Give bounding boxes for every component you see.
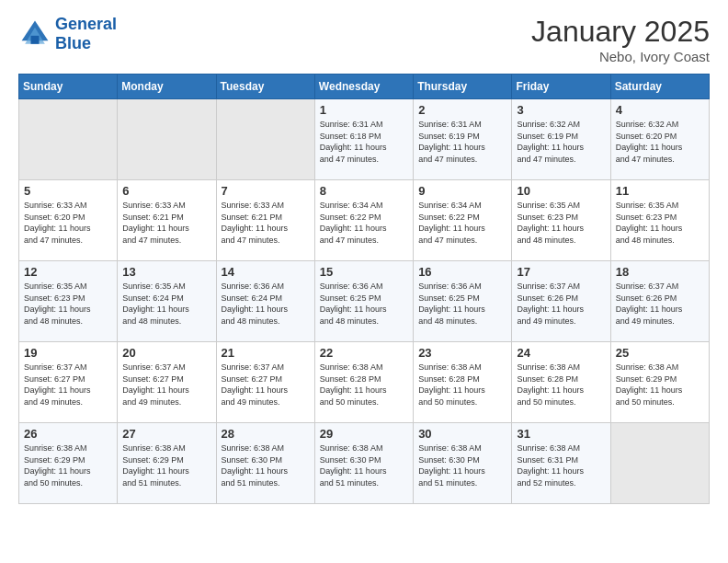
table-row: 6Sunrise: 6:33 AMSunset: 6:21 PMDaylight… [118, 180, 216, 261]
table-row [216, 99, 314, 180]
col-tuesday: Tuesday [216, 75, 314, 99]
table-row: 18Sunrise: 6:37 AMSunset: 6:26 PMDayligh… [610, 261, 709, 342]
day-info: Sunrise: 6:35 AMSunset: 6:23 PMDaylight:… [616, 200, 704, 246]
day-number: 28 [222, 427, 310, 441]
table-row: 31Sunrise: 6:38 AMSunset: 6:31 PMDayligh… [512, 423, 610, 504]
table-row: 8Sunrise: 6:34 AMSunset: 6:22 PMDaylight… [314, 180, 413, 261]
table-row: 26Sunrise: 6:38 AMSunset: 6:29 PMDayligh… [19, 423, 118, 504]
day-info: Sunrise: 6:32 AMSunset: 6:19 PMDaylight:… [517, 119, 605, 165]
day-info: Sunrise: 6:36 AMSunset: 6:25 PMDaylight:… [418, 281, 506, 327]
col-saturday: Saturday [610, 75, 709, 99]
day-info: Sunrise: 6:34 AMSunset: 6:22 PMDaylight:… [418, 200, 506, 246]
col-sunday: Sunday [19, 75, 118, 99]
page: General Blue January 2025 Nebo, Ivory Co… [0, 0, 728, 563]
day-info: Sunrise: 6:31 AMSunset: 6:19 PMDaylight:… [418, 119, 506, 165]
day-number: 26 [24, 427, 112, 441]
day-info: Sunrise: 6:33 AMSunset: 6:21 PMDaylight:… [222, 200, 310, 246]
day-number: 25 [616, 346, 704, 360]
table-row [118, 99, 216, 180]
logo-icon [18, 17, 51, 51]
table-row: 29Sunrise: 6:38 AMSunset: 6:30 PMDayligh… [314, 423, 413, 504]
day-number: 9 [418, 184, 506, 198]
day-info: Sunrise: 6:34 AMSunset: 6:22 PMDaylight:… [320, 200, 408, 246]
table-row: 19Sunrise: 6:37 AMSunset: 6:27 PMDayligh… [19, 342, 118, 423]
table-row: 23Sunrise: 6:38 AMSunset: 6:28 PMDayligh… [414, 342, 512, 423]
day-info: Sunrise: 6:38 AMSunset: 6:29 PMDaylight:… [616, 362, 704, 408]
day-info: Sunrise: 6:38 AMSunset: 6:30 PMDaylight:… [418, 442, 506, 488]
table-row: 20Sunrise: 6:37 AMSunset: 6:27 PMDayligh… [118, 342, 216, 423]
day-number: 6 [122, 184, 210, 198]
col-wednesday: Wednesday [314, 75, 413, 99]
table-row: 30Sunrise: 6:38 AMSunset: 6:30 PMDayligh… [414, 423, 512, 504]
day-number: 2 [418, 103, 506, 117]
day-info: Sunrise: 6:38 AMSunset: 6:31 PMDaylight:… [517, 442, 605, 488]
logo-general: General [55, 15, 117, 34]
table-row [610, 423, 709, 504]
day-info: Sunrise: 6:38 AMSunset: 6:30 PMDaylight:… [320, 442, 408, 488]
day-number: 20 [122, 346, 210, 360]
day-number: 17 [517, 265, 605, 279]
day-info: Sunrise: 6:37 AMSunset: 6:26 PMDaylight:… [517, 281, 605, 327]
table-row: 11Sunrise: 6:35 AMSunset: 6:23 PMDayligh… [610, 180, 709, 261]
day-info: Sunrise: 6:32 AMSunset: 6:20 PMDaylight:… [616, 119, 704, 165]
table-row: 22Sunrise: 6:38 AMSunset: 6:28 PMDayligh… [314, 342, 413, 423]
week-row: 5Sunrise: 6:33 AMSunset: 6:20 PMDaylight… [19, 180, 710, 261]
table-row: 24Sunrise: 6:38 AMSunset: 6:28 PMDayligh… [512, 342, 610, 423]
table-row: 4Sunrise: 6:32 AMSunset: 6:20 PMDaylight… [610, 99, 709, 180]
table-row: 25Sunrise: 6:38 AMSunset: 6:29 PMDayligh… [610, 342, 709, 423]
day-number: 24 [517, 346, 605, 360]
table-row: 1Sunrise: 6:31 AMSunset: 6:18 PMDaylight… [314, 99, 413, 180]
table-row: 16Sunrise: 6:36 AMSunset: 6:25 PMDayligh… [414, 261, 512, 342]
calendar-title: January 2025 [531, 15, 710, 49]
day-number: 30 [418, 427, 506, 441]
col-monday: Monday [118, 75, 216, 99]
day-number: 21 [222, 346, 310, 360]
day-number: 23 [418, 346, 506, 360]
week-row: 19Sunrise: 6:37 AMSunset: 6:27 PMDayligh… [19, 342, 710, 423]
col-thursday: Thursday [414, 75, 512, 99]
day-info: Sunrise: 6:36 AMSunset: 6:25 PMDaylight:… [320, 281, 408, 327]
table-row: 10Sunrise: 6:35 AMSunset: 6:23 PMDayligh… [512, 180, 610, 261]
table-row: 2Sunrise: 6:31 AMSunset: 6:19 PMDaylight… [414, 99, 512, 180]
day-info: Sunrise: 6:31 AMSunset: 6:18 PMDaylight:… [320, 119, 408, 165]
day-number: 4 [616, 103, 704, 117]
table-row: 7Sunrise: 6:33 AMSunset: 6:21 PMDaylight… [216, 180, 314, 261]
day-info: Sunrise: 6:38 AMSunset: 6:28 PMDaylight:… [517, 362, 605, 408]
day-number: 11 [616, 184, 704, 198]
header: General Blue January 2025 Nebo, Ivory Co… [18, 15, 710, 64]
calendar-table: Sunday Monday Tuesday Wednesday Thursday… [18, 74, 710, 504]
day-number: 18 [616, 265, 704, 279]
day-info: Sunrise: 6:37 AMSunset: 6:27 PMDaylight:… [24, 362, 112, 408]
header-row: Sunday Monday Tuesday Wednesday Thursday… [19, 75, 710, 99]
day-number: 12 [24, 265, 112, 279]
day-info: Sunrise: 6:35 AMSunset: 6:23 PMDaylight:… [517, 200, 605, 246]
table-row: 15Sunrise: 6:36 AMSunset: 6:25 PMDayligh… [314, 261, 413, 342]
day-number: 16 [418, 265, 506, 279]
day-info: Sunrise: 6:38 AMSunset: 6:29 PMDaylight:… [122, 442, 210, 488]
day-number: 1 [320, 103, 408, 117]
table-row: 13Sunrise: 6:35 AMSunset: 6:24 PMDayligh… [118, 261, 216, 342]
day-number: 8 [320, 184, 408, 198]
day-number: 29 [320, 427, 408, 441]
day-info: Sunrise: 6:33 AMSunset: 6:20 PMDaylight:… [24, 200, 112, 246]
day-number: 13 [122, 265, 210, 279]
day-number: 19 [24, 346, 112, 360]
week-row: 12Sunrise: 6:35 AMSunset: 6:23 PMDayligh… [19, 261, 710, 342]
table-row: 27Sunrise: 6:38 AMSunset: 6:29 PMDayligh… [118, 423, 216, 504]
svg-rect-2 [31, 36, 40, 44]
day-info: Sunrise: 6:33 AMSunset: 6:21 PMDaylight:… [122, 200, 210, 246]
table-row: 9Sunrise: 6:34 AMSunset: 6:22 PMDaylight… [414, 180, 512, 261]
day-number: 22 [320, 346, 408, 360]
day-number: 10 [517, 184, 605, 198]
day-info: Sunrise: 6:38 AMSunset: 6:29 PMDaylight:… [24, 442, 112, 488]
day-info: Sunrise: 6:36 AMSunset: 6:24 PMDaylight:… [222, 281, 310, 327]
logo: General Blue [18, 15, 117, 53]
table-row: 5Sunrise: 6:33 AMSunset: 6:20 PMDaylight… [19, 180, 118, 261]
calendar-location: Nebo, Ivory Coast [531, 49, 710, 64]
day-info: Sunrise: 6:37 AMSunset: 6:27 PMDaylight:… [222, 362, 310, 408]
day-number: 7 [222, 184, 310, 198]
week-row: 1Sunrise: 6:31 AMSunset: 6:18 PMDaylight… [19, 99, 710, 180]
day-number: 15 [320, 265, 408, 279]
table-row: 3Sunrise: 6:32 AMSunset: 6:19 PMDaylight… [512, 99, 610, 180]
day-info: Sunrise: 6:38 AMSunset: 6:28 PMDaylight:… [418, 362, 506, 408]
